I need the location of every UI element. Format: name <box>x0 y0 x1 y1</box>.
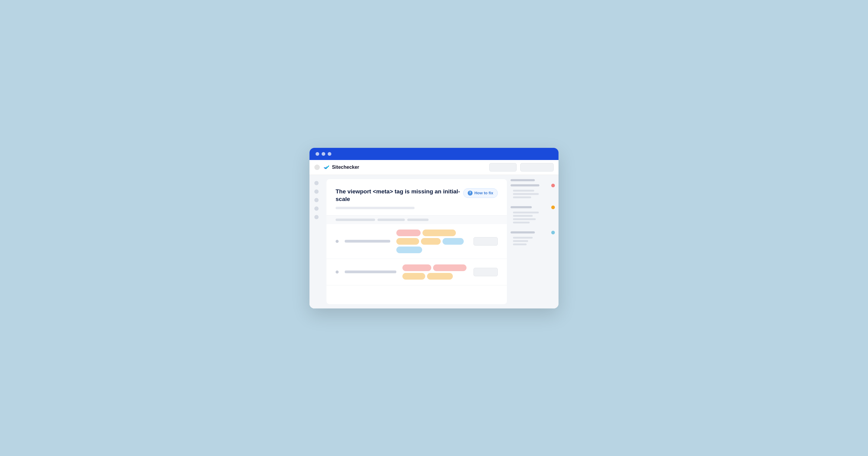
browser-content: The viewport <meta> tag is missing an in… <box>309 175 559 308</box>
tag-orange-5 <box>402 273 425 280</box>
right-sub-bar-6 <box>513 218 536 220</box>
right-sub-bar-7 <box>513 222 530 223</box>
right-bar-3 <box>510 206 532 208</box>
row-dot <box>336 240 339 243</box>
table-header <box>327 216 507 224</box>
right-item-4 <box>510 231 555 234</box>
right-sub-bar-3 <box>513 196 531 198</box>
tag-orange-3 <box>421 238 441 245</box>
how-to-fix-button[interactable]: ? How to fix <box>463 188 498 198</box>
browser-titlebar <box>309 148 559 160</box>
logo-text: Sitechecker <box>332 165 359 170</box>
logo-icon <box>323 164 330 171</box>
right-item-3 <box>510 205 555 209</box>
right-sub-bar-2 <box>513 193 539 195</box>
right-sub-bar-10 <box>513 243 527 245</box>
browser-toolbar: Sitechecker <box>309 160 559 175</box>
site-logo: Sitechecker <box>323 164 359 171</box>
right-sub-bar-9 <box>513 240 528 242</box>
issue-title-row: The viewport <meta> tag is missing an in… <box>336 188 498 203</box>
tag-orange-1 <box>423 230 456 236</box>
sidebar-dot-1 <box>314 181 318 185</box>
tag-pink-3 <box>402 264 431 271</box>
how-to-fix-icon: ? <box>468 191 472 196</box>
tag-pink-1 <box>396 230 421 236</box>
tags-group-2 <box>402 264 467 280</box>
toolbar-button-1[interactable] <box>489 163 517 171</box>
sidebar-dot-3 <box>314 198 318 202</box>
tags-group-1 <box>396 230 467 253</box>
issue-subtitle-bar <box>336 207 414 209</box>
right-badge-red <box>551 184 555 187</box>
right-bar-4 <box>510 231 535 233</box>
titlebar-dot-2 <box>322 152 325 156</box>
row-text <box>345 240 390 242</box>
table-row <box>327 224 507 259</box>
right-badge-orange <box>551 205 555 209</box>
right-sub-bar-1 <box>513 190 534 192</box>
table-row <box>327 259 507 285</box>
how-to-fix-label: How to fix <box>474 191 493 195</box>
main-panel: The viewport <meta> tag is missing an in… <box>327 179 507 304</box>
col-header-1 <box>336 219 375 221</box>
right-badge-blue <box>551 231 555 234</box>
browser-window: Sitechecker The viewport <meta> tag is m… <box>309 148 559 308</box>
issue-header: The viewport <meta> tag is missing an in… <box>327 179 507 216</box>
sidebar-dot-5 <box>314 215 318 219</box>
row-dot-2 <box>336 270 339 273</box>
right-item-1 <box>510 179 555 181</box>
titlebar-dot-3 <box>328 152 331 156</box>
right-bar-1 <box>510 179 535 181</box>
nav-circle <box>314 165 320 170</box>
col-header-2 <box>377 219 405 221</box>
issue-title: The viewport <meta> tag is missing an in… <box>336 188 463 203</box>
sidebar <box>309 175 327 308</box>
right-sub-bar-4 <box>513 211 539 214</box>
tag-blue-1 <box>442 238 464 245</box>
right-sub-group-2 <box>510 211 555 223</box>
right-sub-bar-8 <box>513 237 533 239</box>
right-panel <box>507 175 559 308</box>
right-sub-group-1 <box>510 190 555 198</box>
col-header-3 <box>407 219 429 221</box>
tag-orange-6 <box>427 273 453 280</box>
toolbar-button-2[interactable] <box>520 163 554 171</box>
table-header-inner <box>336 219 498 221</box>
sidebar-dot-2 <box>314 190 318 194</box>
tag-pink-4 <box>433 264 466 271</box>
right-sub-bar-5 <box>513 215 533 217</box>
row-text-2 <box>345 270 396 273</box>
right-item-2 <box>510 184 555 187</box>
right-bar-2 <box>510 184 539 186</box>
tag-blue-2 <box>396 247 422 253</box>
titlebar-dot-1 <box>315 152 319 156</box>
sidebar-dot-4 <box>314 206 318 211</box>
right-sub-group-3 <box>510 237 555 245</box>
row-action-button-2[interactable] <box>473 268 498 276</box>
tag-orange-2 <box>396 238 419 245</box>
row-action-button-1[interactable] <box>473 237 498 246</box>
